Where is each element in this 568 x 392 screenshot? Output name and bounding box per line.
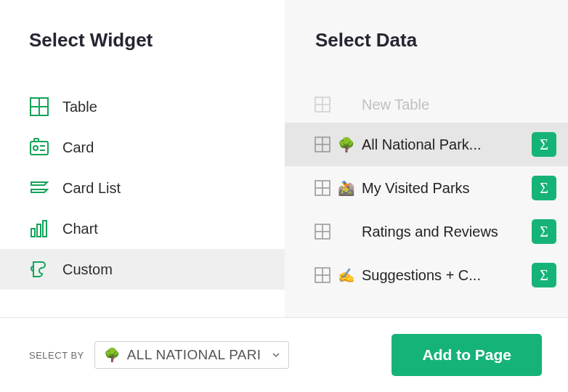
data-item-label: Suggestions + C... (362, 267, 526, 284)
widget-item-cardlist[interactable]: Card List (0, 168, 285, 208)
widget-item-label: Card (62, 139, 94, 156)
data-item-emoji: 🚵 (337, 180, 356, 197)
select-data-title: Select Data (285, 29, 568, 86)
widget-item-table[interactable]: Table (0, 86, 285, 127)
svg-rect-10 (43, 221, 46, 237)
svg-rect-9 (37, 224, 41, 237)
table-icon (29, 97, 49, 117)
widget-item-label: Table (62, 99, 97, 115)
data-item-emoji: 🌳 (337, 136, 356, 153)
data-item-label: All National Park... (362, 136, 526, 153)
svg-rect-8 (31, 229, 35, 237)
sigma-button[interactable]: Σ (532, 263, 556, 287)
widget-item-custom[interactable]: Custom (0, 249, 285, 290)
select-by-value: ALL NATIONAL PARI (127, 347, 264, 363)
add-to-page-button[interactable]: Add to Page (391, 334, 542, 376)
data-item-my-visited-parks[interactable]: 🚵 My Visited Parks Σ (285, 166, 568, 210)
widget-item-card[interactable]: Card (0, 127, 285, 168)
cardlist-icon (29, 178, 49, 198)
widget-list: Table Card Card List (0, 86, 285, 290)
widget-item-chart[interactable]: Chart (0, 208, 285, 249)
data-item-ratings-and-reviews[interactable]: Ratings and Reviews Σ (285, 210, 568, 253)
select-widget-panel: Select Widget Table Card (0, 0, 285, 317)
select-widget-title: Select Widget (0, 29, 285, 86)
chart-icon (29, 219, 49, 239)
table-icon (314, 223, 331, 240)
select-by-dropdown[interactable]: 🌳 ALL NATIONAL PARI (94, 341, 289, 369)
sigma-button[interactable]: Σ (532, 176, 556, 200)
widget-item-label: Chart (62, 221, 98, 237)
table-icon (314, 266, 331, 284)
sigma-button[interactable]: Σ (532, 132, 556, 157)
card-icon (29, 137, 49, 158)
select-data-panel: Select Data New Table 🌳 All National Par… (285, 0, 568, 317)
table-icon (314, 136, 331, 153)
widget-item-label: Custom (62, 261, 113, 278)
select-by-group: SELECT BY 🌳 ALL NATIONAL PARI (29, 341, 289, 369)
footer: SELECT BY 🌳 ALL NATIONAL PARI Add to Pag… (0, 317, 568, 392)
sigma-button[interactable]: Σ (532, 219, 556, 244)
select-by-emoji: 🌳 (104, 347, 120, 363)
data-list: New Table 🌳 All National Park... Σ 🚵 My (285, 86, 568, 297)
data-item-emoji: ✍️ (337, 267, 356, 284)
widget-item-label: Card List (62, 180, 121, 197)
data-item-label: Ratings and Reviews (362, 224, 526, 240)
svg-point-4 (33, 146, 38, 150)
table-icon (314, 179, 331, 197)
svg-rect-7 (34, 139, 38, 142)
custom-icon (29, 259, 49, 279)
data-item-label: My Visited Parks (362, 180, 526, 197)
data-item-new-table: New Table (285, 86, 568, 123)
select-by-label: SELECT BY (29, 350, 84, 361)
table-icon (314, 96, 331, 113)
chevron-down-icon (271, 350, 281, 360)
data-item-label: New Table (362, 97, 556, 113)
data-item-suggestions[interactable]: ✍️ Suggestions + C... Σ (285, 253, 568, 297)
data-item-all-national-parks[interactable]: 🌳 All National Park... Σ (285, 123, 568, 166)
